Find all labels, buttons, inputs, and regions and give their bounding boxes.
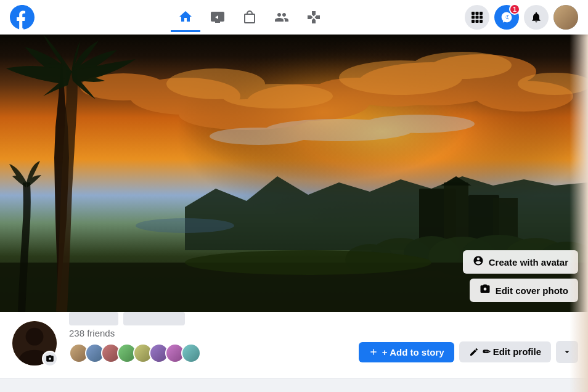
grid-icon — [471, 11, 483, 23]
avatar-camera-button[interactable] — [42, 351, 58, 367]
camera-small-icon — [46, 354, 54, 363]
bell-icon — [530, 11, 542, 23]
create-avatar-button[interactable]: Create with avatar — [463, 250, 578, 274]
friends-count: 238 friends — [69, 328, 197, 338]
gaming-icon — [306, 10, 321, 25]
add-to-story-button[interactable]: + Add to story — [359, 342, 454, 362]
nav-video-button[interactable] — [203, 2, 232, 32]
nav-home-button[interactable] — [171, 2, 200, 32]
camera-icon — [480, 284, 491, 297]
camera-svg-icon — [480, 284, 491, 295]
svg-rect-4 — [476, 16, 479, 19]
edit-cover-label: Edit cover photo — [496, 285, 568, 296]
profile-left: 238 friends — [10, 312, 197, 368]
messenger-badge: 1 — [509, 4, 520, 15]
nav-groups-button[interactable] — [267, 2, 296, 32]
nav-center — [171, 2, 329, 32]
marketplace-icon — [242, 10, 257, 25]
svg-rect-0 — [472, 12, 475, 15]
plus-icon — [369, 347, 378, 357]
name-placeholder-2 — [123, 312, 185, 325]
edit-profile-label: ✏ Edit profile — [483, 346, 542, 357]
right-fade — [570, 0, 588, 392]
add-to-story-label: + Add to story — [382, 347, 444, 357]
groups-icon — [274, 10, 289, 25]
messenger-button[interactable]: 1 — [494, 5, 519, 30]
svg-point-28 — [210, 128, 308, 145]
svg-rect-6 — [472, 20, 475, 23]
create-avatar-label: Create with avatar — [489, 257, 568, 267]
cover-actions: Create with avatar Edit cover photo — [463, 250, 578, 302]
avatar-image-nav — [553, 5, 578, 30]
name-placeholder-1 — [69, 312, 118, 325]
nav-gaming-button[interactable] — [299, 2, 329, 32]
profile-section: 238 friends + Add — [0, 312, 588, 378]
svg-rect-3 — [472, 16, 475, 19]
pencil-icon — [469, 347, 479, 357]
svg-rect-7 — [476, 20, 479, 23]
svg-point-24 — [166, 68, 265, 99]
svg-rect-1 — [476, 12, 479, 15]
edit-profile-button[interactable]: ✏ Edit profile — [459, 341, 552, 362]
nav-right: 1 — [465, 5, 578, 30]
friend-avatar-8[interactable] — [181, 343, 201, 363]
facebook-logo-icon — [10, 5, 35, 30]
svg-point-42 — [136, 218, 234, 233]
profile-info: 238 friends — [69, 312, 197, 368]
profile-name — [69, 312, 197, 325]
friends-avatars — [69, 343, 197, 363]
svg-rect-8 — [480, 20, 483, 23]
main-content: Create with avatar Edit cover photo — [0, 0, 588, 378]
edit-cover-button[interactable]: Edit cover photo — [470, 279, 578, 302]
svg-point-27 — [364, 115, 475, 133]
home-icon — [178, 9, 193, 24]
avatar-icon — [473, 255, 484, 269]
navbar: 1 — [0, 0, 588, 35]
avatar-svg-icon — [473, 255, 484, 266]
profile-actions: + Add to story ✏ Edit profile — [359, 341, 578, 368]
notifications-button[interactable] — [524, 5, 549, 30]
svg-rect-5 — [480, 16, 483, 19]
menu-button[interactable] — [465, 5, 489, 30]
profile-avatar-wrapper — [10, 319, 59, 368]
facebook-logo[interactable] — [10, 5, 35, 30]
cover-photo-container: Create with avatar Edit cover photo — [0, 35, 588, 312]
svg-rect-2 — [480, 12, 483, 15]
video-icon — [210, 10, 225, 25]
svg-point-44 — [26, 328, 44, 346]
nav-marketplace-button[interactable] — [235, 2, 264, 32]
svg-point-22 — [413, 52, 512, 79]
svg-point-41 — [185, 250, 431, 275]
profile-avatar-nav[interactable] — [553, 5, 578, 30]
